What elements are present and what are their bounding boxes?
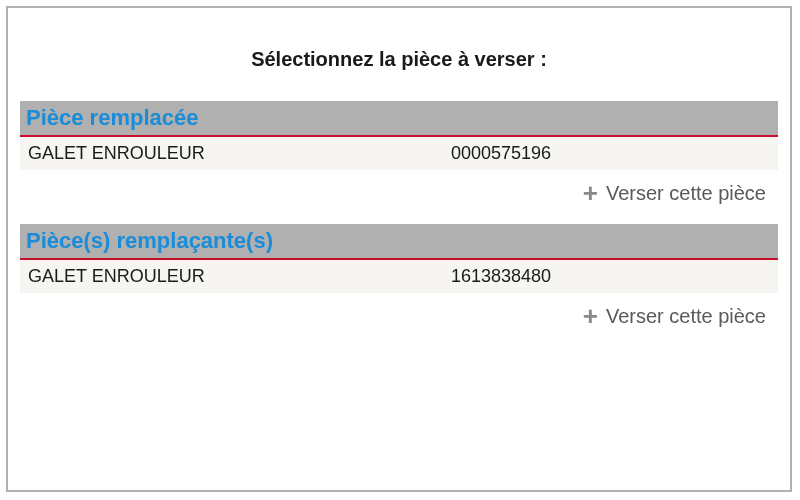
part-row: GALET ENROULEUR 0000575196 <box>20 137 778 170</box>
section-header-label: Pièce(s) remplaçante(s) <box>26 228 273 253</box>
add-part-label: Verser cette pièce <box>606 305 766 328</box>
part-reference: 1613838480 <box>451 266 770 287</box>
section-header-replaced: Pièce remplacée <box>20 101 778 137</box>
add-part-label: Verser cette pièce <box>606 182 766 205</box>
plus-icon: + <box>583 180 598 206</box>
part-name: GALET ENROULEUR <box>28 266 451 287</box>
page-title: Sélectionnez la pièce à verser : <box>20 48 778 71</box>
add-part-button[interactable]: + Verser cette pièce <box>20 170 778 224</box>
part-row: GALET ENROULEUR 1613838480 <box>20 260 778 293</box>
section-header-label: Pièce remplacée <box>26 105 198 130</box>
part-selection-panel: Sélectionnez la pièce à verser : Pièce r… <box>6 6 792 492</box>
plus-icon: + <box>583 303 598 329</box>
part-name: GALET ENROULEUR <box>28 143 451 164</box>
part-reference: 0000575196 <box>451 143 770 164</box>
add-part-button[interactable]: + Verser cette pièce <box>20 293 778 347</box>
section-header-replacement: Pièce(s) remplaçante(s) <box>20 224 778 260</box>
